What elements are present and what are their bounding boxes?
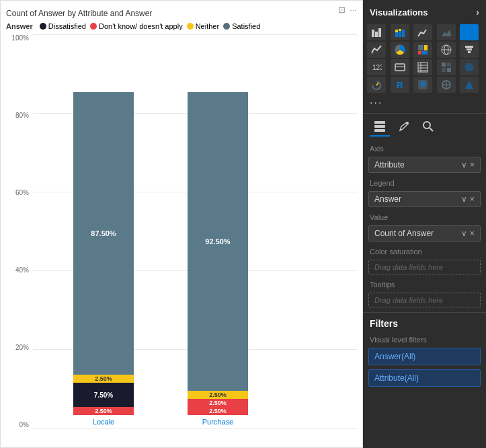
y-tick-80: 80%: [15, 112, 29, 119]
legend-field-box[interactable]: Answer ∨ ×: [368, 191, 481, 207]
viz-type-table[interactable]: [413, 59, 432, 75]
y-tick-40: 40%: [15, 266, 29, 274]
svg-rect-22: [467, 48, 472, 50]
more-options-icon[interactable]: ···: [350, 5, 357, 15]
viz-type-filled-map[interactable]: [413, 77, 432, 93]
viz-type-area[interactable]: [437, 24, 456, 40]
svg-rect-34: [442, 68, 446, 72]
grid-line-0: [33, 428, 357, 428]
bar-locale-dissatisfied-label: 7.50%: [94, 391, 113, 399]
bar-locale-dontknow: 2.50%: [73, 407, 134, 415]
axis-section-label: Axis: [363, 141, 486, 155]
svg-point-48: [423, 122, 430, 128]
viz-more-dots[interactable]: ···: [363, 96, 486, 113]
viz-type-globe[interactable]: [460, 59, 479, 75]
viz-type-azure[interactable]: [460, 77, 479, 93]
legend-field-icons: ∨ ×: [461, 194, 475, 204]
viz-type-map[interactable]: [437, 42, 456, 58]
format-tool-btn[interactable]: [394, 118, 414, 137]
chart-title: Count of Answer by Attribute and Answer: [6, 9, 357, 18]
bar-group-locale: 87.50% 2.50% 7.50%: [73, 92, 134, 426]
viz-type-scatter[interactable]: [367, 42, 386, 58]
axis-field-icons: ∨ ×: [461, 160, 475, 170]
y-tick-100: 100%: [11, 34, 29, 42]
svg-line-38: [376, 83, 378, 85]
analytics-tool-btn[interactable]: [418, 118, 438, 137]
legend-item-neither: Neither: [187, 22, 219, 30]
viz-panel-header: Visualizations ›: [363, 0, 486, 22]
viz-type-treemap[interactable]: [413, 42, 432, 58]
viz-type-custom[interactable]: [437, 77, 456, 93]
tooltips-drop-zone[interactable]: Drag data fields here: [368, 293, 481, 307]
bar-purchase-neither: 2.50%: [188, 391, 248, 399]
color-saturation-drop-zone[interactable]: Drag data fields here: [368, 260, 481, 274]
value-chevron-down-icon[interactable]: ∨: [461, 229, 467, 238]
viz-type-kpi[interactable]: 123: [367, 59, 386, 75]
dissatisfied-label: Dissatisfied: [48, 22, 86, 30]
svg-rect-1: [375, 32, 378, 37]
svg-rect-7: [402, 30, 405, 37]
chart-plot-area: 87.50% 2.50% 7.50%: [33, 34, 357, 442]
bar-locale-satisfied-label: 87.50%: [91, 229, 116, 237]
legend-chevron-down-icon[interactable]: ∨: [461, 194, 467, 204]
viz-type-r[interactable]: R: [391, 77, 409, 93]
axis-chevron-down-icon[interactable]: ∨: [461, 160, 467, 170]
dontknow-dot: [90, 23, 97, 30]
bar-locale-neither-label: 2.50%: [95, 375, 112, 382]
dissatisfied-dot: [40, 23, 46, 30]
expand-icon[interactable]: ⊡: [338, 5, 346, 15]
visual-level-label: Visual level filters: [363, 332, 486, 346]
bar-locale-satisfied: 87.50%: [73, 92, 134, 375]
axis-close-icon[interactable]: ×: [470, 160, 475, 170]
viz-panel-expand-icon[interactable]: ›: [476, 7, 479, 17]
fields-tool-btn[interactable]: [370, 118, 390, 137]
bar-locale-dontknow-label: 2.50%: [95, 408, 112, 414]
svg-marker-12: [372, 52, 374, 54]
axis-field-box[interactable]: Attribute ∨ ×: [368, 157, 481, 173]
value-field-box[interactable]: Count of Answer ∨ ×: [368, 225, 481, 241]
filter-attribute[interactable]: Attribute(All): [368, 369, 481, 387]
viz-type-funnel[interactable]: [460, 42, 479, 58]
viz-type-line[interactable]: [413, 24, 432, 40]
bar-purchase[interactable]: 92.50% 2.50% 2.50%: [188, 92, 248, 415]
value-section-label: Value: [363, 209, 486, 223]
svg-marker-8: [442, 30, 451, 36]
y-tick-20: 20%: [15, 344, 29, 351]
svg-rect-16: [418, 51, 421, 54]
legend-item-dissatisfied: Dissatisfied: [40, 22, 86, 30]
satisfied-dot: [223, 23, 230, 30]
svg-rect-45: [374, 125, 385, 128]
filter-answer[interactable]: Answer(All): [368, 348, 481, 365]
viz-type-stacked-bar[interactable]: [391, 24, 409, 40]
svg-text:R: R: [397, 80, 403, 90]
filters-header: Filters: [363, 312, 486, 332]
color-saturation-section-label: Color saturation: [363, 244, 486, 258]
chart-panel: ⊡ ··· Count of Answer by Attribute and A…: [0, 0, 363, 448]
value-field-value: Count of Answer: [374, 229, 434, 238]
viz-type-matrix[interactable]: [437, 59, 456, 75]
viz-type-grid: 123 R: [363, 22, 486, 96]
svg-rect-5: [399, 31, 401, 37]
svg-line-49: [430, 128, 433, 131]
bar-locale-neither: 2.50%: [73, 375, 134, 383]
bar-purchase-satisfied: 92.50%: [188, 92, 248, 391]
axis-field-value: Attribute: [374, 160, 405, 170]
svg-rect-23: [468, 51, 471, 53]
y-tick-60: 60%: [15, 189, 29, 196]
satisfied-label: Satisfied: [232, 22, 260, 30]
viz-type-100pct-stacked[interactable]: [460, 24, 479, 40]
legend-close-icon[interactable]: ×: [470, 194, 475, 204]
viz-type-card[interactable]: [391, 59, 409, 75]
svg-rect-0: [372, 30, 374, 37]
value-close-icon[interactable]: ×: [470, 229, 475, 238]
neither-dot: [187, 23, 194, 30]
legend-item-satisfied: Satisfied: [223, 22, 260, 30]
svg-rect-44: [374, 121, 385, 124]
viz-type-pie[interactable]: [391, 42, 409, 58]
viz-type-gauge[interactable]: [367, 77, 386, 93]
svg-rect-9: [464, 28, 467, 37]
bar-locale[interactable]: 87.50% 2.50% 7.50%: [73, 92, 134, 415]
svg-rect-10: [468, 28, 471, 37]
svg-point-47: [406, 122, 409, 124]
viz-type-bar[interactable]: [367, 24, 386, 40]
